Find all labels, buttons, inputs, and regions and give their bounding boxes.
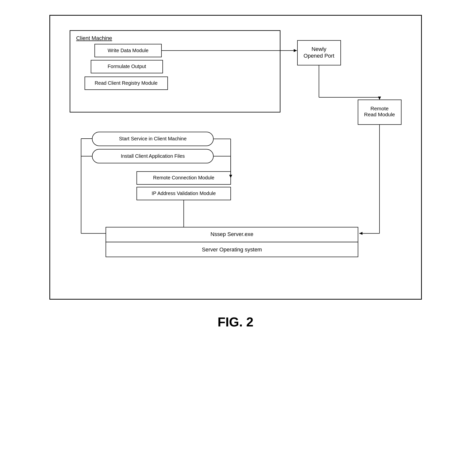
fig-label: FIG. 2 (217, 315, 253, 329)
svg-marker-30 (359, 232, 362, 235)
client-machine-label: Client Machine (76, 35, 112, 41)
diagram-wrapper: Client Machine Write Data Module Formula… (63, 26, 409, 286)
newly-opened-port-line1: Newly (311, 46, 326, 52)
write-data-module-label: Write Data Module (108, 48, 148, 53)
start-service-label: Start Service in Client Machine (119, 136, 186, 141)
formulate-output-label: Formulate Output (108, 64, 146, 69)
svg-marker-11 (378, 97, 381, 100)
diagram-svg: Client Machine Write Data Module Formula… (63, 26, 409, 285)
remote-connection-label: Remote Connection Module (153, 175, 214, 180)
remote-read-module-line1: Remote (370, 106, 388, 111)
read-client-registry-label: Read Client Registry Module (95, 80, 157, 86)
nssep-server-label: Nssep Server.exe (210, 231, 253, 237)
remote-read-module-line2: Read Module (364, 112, 395, 117)
server-os-label: Server Operating system (202, 246, 262, 253)
newly-opened-port-line2: Opened Port (303, 53, 334, 59)
svg-marker-6 (293, 49, 297, 52)
main-diagram-container: Client Machine Write Data Module Formula… (49, 15, 422, 300)
install-client-label: Install Client Application Files (121, 153, 185, 159)
ip-address-label: IP Address Validation Module (151, 191, 216, 196)
